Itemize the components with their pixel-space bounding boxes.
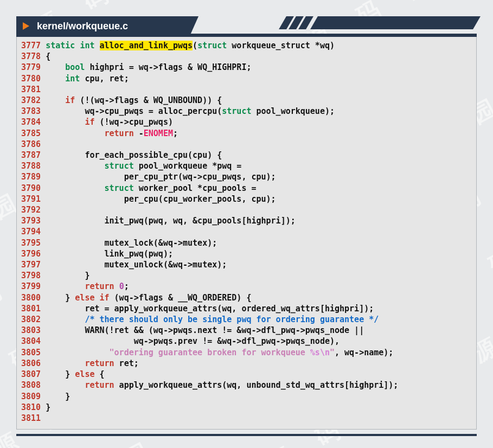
line-number: 3778	[21, 52, 41, 61]
line-number: 3783	[21, 106, 41, 116]
line-number: 3810	[21, 402, 41, 412]
code-token: init_pwq(pwq, wq, &cpu_pools[highpri]);	[46, 216, 296, 226]
code-token	[46, 62, 65, 72]
code-token: per_cpu_ptr(wq->cpu_pwqs, cpu);	[46, 172, 276, 182]
code-line: 3808 return apply_workqueue_attrs(wq, un…	[21, 380, 472, 391]
code-token: return	[105, 129, 134, 138]
line-number: 3806	[21, 359, 41, 368]
line-number: 3785	[21, 129, 41, 138]
code-line: 3779 bool highpri = wq->flags & WQ_HIGHP…	[21, 62, 472, 73]
code-line: 3802 /* there should only be single pwq …	[21, 314, 472, 325]
code-token: %s\n	[310, 348, 330, 357]
code-line: 3794	[21, 226, 472, 237]
line-number: 3791	[21, 194, 41, 204]
code-line: 3811	[21, 413, 472, 424]
code-token	[46, 117, 85, 127]
code-token: apply_workqueue_attrs(wq, unbound_std_wq…	[114, 380, 399, 390]
code-line: 3800 } else if (wq->flags & __WQ_ORDERED…	[21, 292, 472, 303]
code-line: 3778 {	[21, 51, 472, 62]
page-container: kernel/workqueue.c 3777 static int alloc…	[0, 0, 493, 448]
line-number: 3796	[21, 249, 41, 259]
code-line: 3796 link_pwq(pwq);	[21, 248, 472, 259]
code-line: 3805 "ordering guarantee broken for work…	[21, 347, 472, 358]
file-header: kernel/workqueue.c	[16, 16, 477, 36]
line-number: 3787	[21, 150, 41, 160]
line-number: 3777	[21, 41, 41, 50]
code-token: ENOMEM	[144, 129, 173, 138]
code-token: ret = apply_workqueue_attrs(wq, ordered_…	[46, 304, 374, 313]
line-number: 3799	[21, 281, 41, 291]
code-token: pool_workqueue *pwq =	[134, 161, 242, 171]
code-line: 3784 if (!wq->cpu_pwqs)	[21, 117, 472, 127]
line-number: 3786	[21, 139, 41, 149]
line-number: 3793	[21, 216, 41, 226]
code-token: for_each_possible_cpu(cpu) {	[46, 150, 222, 160]
line-number: 3789	[21, 172, 41, 182]
line-number: 3788	[21, 161, 41, 171]
code-line: 3786	[21, 139, 472, 150]
code-token: struct	[222, 106, 251, 116]
code-token: alloc_and_link_pwqs	[100, 41, 193, 50]
line-number: 3790	[21, 183, 41, 193]
code-line: 3806 return ret;	[21, 358, 472, 369]
line-number: 3792	[21, 205, 41, 215]
code-token: link_pwq(pwq);	[46, 249, 173, 259]
file-path-title: kernel/workqueue.c	[37, 21, 128, 32]
code-line: 3783 wq->cpu_pwqs = alloc_percpu(struct …	[21, 106, 472, 117]
code-token: return	[85, 359, 114, 368]
code-token	[94, 293, 99, 303]
code-token	[46, 95, 65, 105]
code-line: 3781	[21, 84, 472, 95]
code-line: 3788 struct pool_workqueue *pwq =	[21, 161, 472, 171]
code-token: WARN(!ret && (wq->pwqs.next != &wq->dfl_…	[46, 325, 364, 335]
play-arrow-icon	[23, 22, 29, 30]
line-number: 3809	[21, 392, 41, 401]
line-number: 3805	[21, 348, 41, 357]
code-line: 3782 if (!(wq->flags & WQ_UNBOUND)) {	[21, 95, 472, 106]
code-token: 0	[119, 281, 124, 291]
code-token: wq->cpu_pwqs = alloc_percpu(	[46, 106, 222, 116]
code-token: (	[193, 41, 197, 50]
code-token: wq->pwqs.prev != &wq->dfl_pwq->pwqs_node…	[46, 336, 340, 346]
code-line: 3804 wq->pwqs.prev != &wq->dfl_pwq->pwqs…	[21, 336, 472, 347]
code-token: else	[75, 369, 94, 379]
code-line: 3792	[21, 204, 472, 215]
code-token	[46, 348, 109, 357]
code-line: 3799 return 0;	[21, 281, 472, 292]
code-line: 3807 } else {	[21, 369, 472, 380]
line-number: 3795	[21, 238, 41, 248]
line-number: 3807	[21, 369, 41, 379]
code-line: 3809 }	[21, 391, 472, 402]
line-number: 3798	[21, 271, 41, 280]
code-line: 3797 mutex_unlock(&wq->mutex);	[21, 259, 472, 270]
code-token	[46, 161, 104, 171]
code-token	[46, 359, 85, 368]
code-line: 3810 }	[21, 402, 472, 413]
code-token: if	[100, 293, 110, 303]
code-token: struct	[197, 41, 227, 50]
code-line: 3790 struct worker_pool *cpu_pools =	[21, 183, 472, 194]
code-token: if	[85, 117, 94, 127]
code-token: }	[46, 392, 70, 401]
code-token: }	[46, 402, 50, 412]
code-token: (!wq->cpu_pwqs)	[94, 117, 173, 127]
line-number: 3784	[21, 117, 41, 127]
line-number: 3779	[21, 62, 41, 72]
code-token: , wq->name);	[335, 348, 393, 357]
code-token: }	[46, 293, 75, 303]
code-token: return	[85, 281, 114, 291]
code-token: struct	[105, 161, 134, 171]
line-number: 3803	[21, 325, 41, 335]
line-number: 3802	[21, 315, 41, 324]
line-number: 3794	[21, 227, 41, 236]
code-token	[46, 129, 104, 138]
code-token: (!(wq->flags & WQ_UNBOUND)) {	[75, 95, 222, 105]
code-token: ;	[124, 281, 129, 291]
line-number: 3780	[21, 74, 41, 84]
code-token: /* there should only be single pwq for o…	[85, 315, 379, 324]
code-token: static	[46, 41, 75, 50]
code-token: ret;	[114, 359, 139, 368]
code-token: int	[80, 41, 94, 50]
code-line: 3785 return -ENOMEM;	[21, 128, 472, 139]
line-number: 3781	[21, 85, 41, 94]
